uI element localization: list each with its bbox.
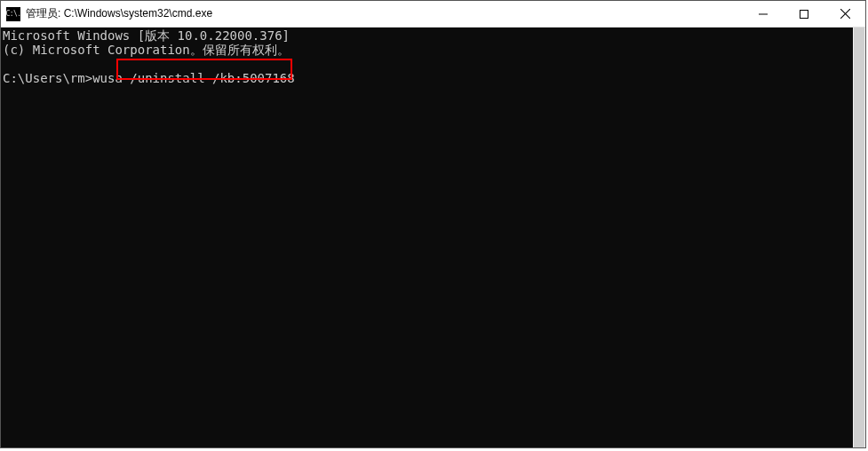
console-prompt-line: C:\Users\rm>wusa /uninstall /kb:5007168	[3, 71, 295, 85]
close-icon	[840, 9, 850, 19]
minimize-button[interactable]	[743, 1, 784, 28]
cmd-icon: C:\.	[6, 7, 20, 21]
minimize-icon	[759, 10, 768, 19]
vertical-scrollbar[interactable]	[853, 28, 865, 447]
cmd-window: C:\. 管理员: C:\Windows\system32\cmd.exe Mi…	[0, 0, 866, 448]
cmd-icon-text: C:\.	[5, 10, 20, 18]
console-line-1: Microsoft Windows [版本 10.0.22000.376]	[3, 28, 290, 43]
scrollbar-thumb[interactable]	[854, 28, 864, 447]
console-area[interactable]: Microsoft Windows [版本 10.0.22000.376] (c…	[1, 28, 865, 447]
maximize-icon	[800, 10, 808, 19]
console-output: Microsoft Windows [版本 10.0.22000.376] (c…	[3, 28, 853, 85]
maximize-button[interactable]	[784, 1, 824, 28]
window-title: 管理员: C:\Windows\system32\cmd.exe	[26, 6, 212, 21]
titlebar[interactable]: C:\. 管理员: C:\Windows\system32\cmd.exe	[1, 1, 865, 28]
svg-rect-1	[800, 10, 808, 18]
console-line-2: (c) Microsoft Corporation。保留所有权利。	[3, 43, 290, 57]
close-button[interactable]	[824, 1, 865, 28]
